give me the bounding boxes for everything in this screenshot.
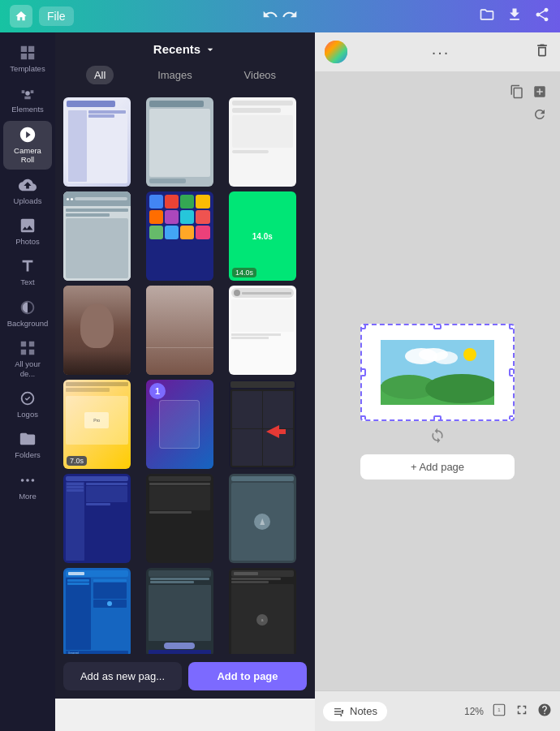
sidebar-item-more[interactable]: More (3, 467, 52, 505)
filter-all[interactable]: All (86, 66, 114, 84)
sidebar-camera-roll-label: Camera Roll (6, 146, 49, 165)
thumbnail-item[interactable]: Unnamed (63, 568, 131, 657)
canvas-image-frame[interactable] (360, 324, 515, 421)
thumbnail-item[interactable]: 14.0s 14.0s (229, 191, 296, 281)
sidebar-item-camera-roll[interactable]: Camera Roll (3, 121, 52, 170)
svg-point-6 (325, 41, 347, 63)
thumbnail-item[interactable] (63, 191, 131, 281)
add-to-page-button[interactable]: Add to page (188, 662, 307, 690)
refresh-icon[interactable] (532, 107, 547, 125)
resize-handle-mr[interactable] (509, 368, 515, 376)
file-menu[interactable]: File (39, 6, 74, 26)
resize-handle-tr[interactable] (509, 324, 515, 329)
topbar-center (262, 6, 298, 27)
sidebar-item-templates[interactable]: Templates (3, 39, 52, 78)
thumbnail-item[interactable] (146, 191, 213, 281)
sidebar-item-uploads[interactable]: Uploads (3, 171, 52, 210)
thumbnail-item[interactable] (63, 97, 131, 187)
sidebar-uploads-label: Uploads (14, 196, 42, 205)
sidebar-item-elements[interactable]: Elements (3, 80, 52, 118)
help-icon[interactable] (537, 703, 552, 720)
sidebar-item-logos[interactable]: Logos (3, 385, 52, 424)
sidebar-item-all-designs[interactable]: All your de... (3, 334, 52, 383)
svg-point-0 (25, 92, 30, 97)
video-duration-badge-2: 7.0s (67, 456, 87, 466)
topbar-left: File (10, 5, 74, 28)
add-element-icon[interactable] (532, 84, 547, 102)
thumbnail-item[interactable] (146, 568, 213, 657)
bottom-icons: 12% 1 (464, 703, 552, 720)
sidebar-templates-label: Templates (10, 64, 45, 73)
duplicate-icon[interactable] (510, 84, 524, 102)
svg-point-3 (26, 479, 29, 482)
sidebar: Templates Elements Camera Roll Uploads P… (0, 32, 55, 731)
thumbnail-item[interactable] (63, 286, 131, 375)
filter-videos[interactable]: Videos (236, 66, 285, 84)
notes-label: Notes (350, 705, 377, 717)
canvas-image (381, 340, 494, 405)
resize-handle-mb[interactable] (433, 415, 442, 421)
home-button[interactable] (10, 5, 32, 28)
zoom-level[interactable]: 12% (464, 706, 484, 717)
fullscreen-icon[interactable] (515, 703, 529, 720)
add-as-new-page-button[interactable]: Add as new pag... (63, 662, 182, 690)
sidebar-elements-label: Elements (11, 105, 44, 114)
canvas-area: ··· (315, 32, 560, 731)
resize-handle-mt[interactable] (433, 324, 442, 329)
add-page-button[interactable]: + Add page (360, 454, 515, 479)
thumbnail-item[interactable] (229, 474, 296, 563)
panel-bottom-buttons: Add as new pag... Add to page (55, 654, 315, 699)
bottom-bar: Notes 12% 1 (315, 690, 560, 731)
thumbnail-item[interactable]: a (229, 568, 296, 657)
page-view-icon[interactable]: 1 (492, 703, 506, 720)
svg-point-4 (32, 479, 35, 482)
notes-button[interactable]: Notes (323, 702, 387, 721)
thumbnail-item[interactable] (146, 97, 213, 187)
sidebar-photos-label: Photos (15, 237, 40, 246)
svg-point-10 (433, 351, 458, 364)
thumbnail-item[interactable]: Pro 7.0s (63, 380, 131, 469)
sidebar-item-background[interactable]: Background (3, 294, 52, 333)
sidebar-item-folders[interactable]: Folders (3, 425, 52, 464)
undo-button[interactable] (262, 6, 278, 27)
thumbnail-item[interactable] (229, 286, 296, 375)
thumbnail-number-badge: 1 (149, 383, 166, 399)
thumbnail-item[interactable] (146, 286, 213, 375)
thumbnail-item[interactable] (146, 474, 213, 563)
canvas-workspace: + Add page (315, 71, 560, 731)
svg-point-11 (463, 348, 476, 361)
resize-handle-tl[interactable] (360, 324, 366, 329)
filter-images[interactable]: Images (149, 66, 200, 84)
topbar: File (0, 0, 560, 32)
filter-tabs: All Images Videos (55, 66, 315, 92)
panel-header: Recents (55, 32, 315, 66)
canvas-logo (325, 41, 347, 63)
recents-dropdown[interactable]: Recents (153, 42, 217, 56)
canvas-more-button[interactable]: ··· (432, 43, 450, 62)
sidebar-item-photos[interactable]: Photos (3, 212, 52, 251)
resize-handle-ml[interactable] (360, 368, 366, 376)
sidebar-background-label: Background (7, 319, 49, 328)
sidebar-more-label: More (19, 492, 37, 501)
svg-text:1: 1 (498, 707, 501, 712)
recents-label: Recents (153, 42, 200, 56)
thumbnail-item[interactable]: 1 (146, 380, 213, 469)
canvas-trash-button[interactable] (534, 42, 550, 62)
redo-button[interactable] (282, 6, 298, 27)
thumbnail-item[interactable] (229, 97, 296, 187)
notes-icon (333, 705, 346, 718)
svg-point-2 (21, 479, 24, 482)
resize-handle-br[interactable] (509, 415, 515, 421)
resize-handle-bl[interactable] (360, 415, 366, 421)
thumbnail-item[interactable] (229, 380, 296, 469)
canvas-topbar: ··· (315, 32, 560, 71)
reload-media-icon[interactable] (429, 428, 446, 448)
save-to-folder-icon[interactable] (479, 6, 495, 27)
thumbnail-grid: 14.0s 14.0s (55, 92, 315, 699)
sidebar-all-designs-label: All your de... (6, 359, 49, 378)
svg-marker-5 (266, 425, 286, 438)
thumbnail-item[interactable] (63, 474, 131, 563)
share-icon[interactable] (534, 6, 550, 27)
download-icon[interactable] (506, 6, 523, 27)
sidebar-item-text[interactable]: Text (3, 252, 52, 291)
